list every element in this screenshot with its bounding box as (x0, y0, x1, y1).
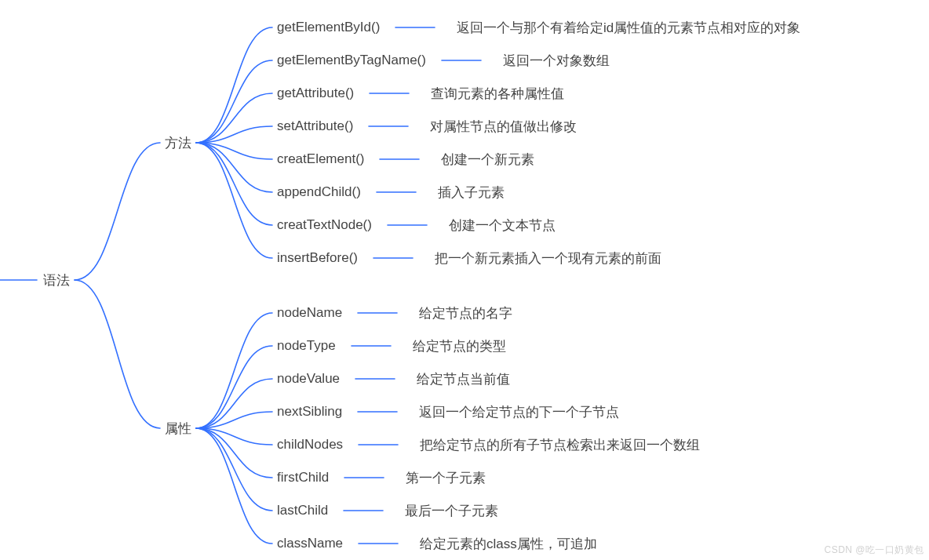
properties-desc: 第一个子元素 (406, 469, 486, 487)
methods-desc: 返回一个与那个有着给定id属性值的元素节点相对应的对象 (457, 19, 800, 37)
branch-properties: 属性 (165, 420, 191, 438)
properties-desc: 给定节点当前值 (417, 370, 510, 388)
methods-name: getElementByTagName() (277, 53, 426, 68)
methods-name: creatTextNode() (277, 217, 372, 233)
properties-name: firstChild (277, 470, 329, 485)
properties-name: nodeName (277, 305, 342, 321)
properties-name: lastChild (277, 503, 328, 518)
properties-name: className (277, 536, 343, 551)
properties-desc: 把给定节点的所有子节点检索出来返回一个数组 (420, 436, 700, 454)
methods-desc: 插入子元素 (438, 184, 505, 202)
methods-name: getAttribute() (277, 85, 354, 101)
properties-desc: 返回一个给定节点的下一个子节点 (419, 403, 619, 421)
methods-name: creatElement() (277, 151, 364, 167)
methods-desc: 对属性节点的值做出修改 (430, 118, 577, 136)
methods-name: appendChild() (277, 184, 361, 200)
properties-name: nodeType (277, 338, 336, 354)
methods-desc: 创建一个新元素 (441, 151, 534, 169)
properties-name: nextSibling (277, 404, 342, 420)
branch-methods: 方法 (165, 134, 191, 152)
methods-name: insertBefore() (277, 250, 358, 266)
properties-desc: 给定元素的class属性，可追加 (420, 535, 597, 553)
properties-name: childNodes (277, 437, 343, 453)
methods-desc: 查询元素的各种属性值 (431, 85, 564, 103)
methods-name: setAttribute() (277, 118, 353, 134)
methods-desc: 把一个新元素插入一个现有元素的前面 (435, 249, 661, 267)
properties-desc: 给定节点的名字 (419, 304, 512, 322)
methods-desc: 返回一个对象数组 (503, 52, 610, 70)
properties-name: nodeValue (277, 371, 340, 387)
properties-desc: 最后一个子元素 (405, 502, 498, 520)
properties-desc: 给定节点的类型 (413, 337, 506, 355)
watermark-text: CSDN @吃一口奶黄包 (824, 544, 924, 557)
methods-desc: 创建一个文本节点 (449, 216, 556, 235)
methods-name: getElementById() (277, 20, 380, 35)
root-node: 语法 (43, 271, 70, 289)
